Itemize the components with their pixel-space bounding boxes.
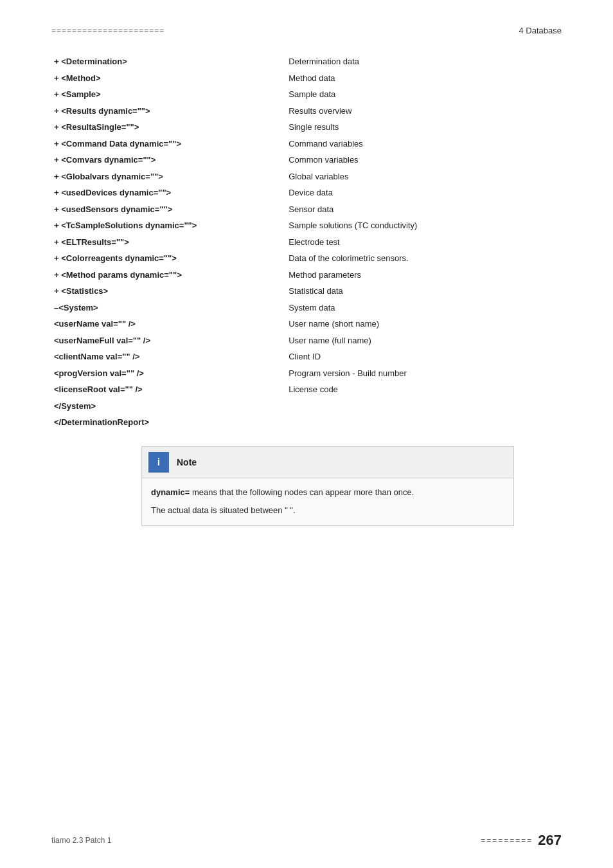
table-row: + <Statistics>Statistical data xyxy=(51,283,562,300)
row-tag: + <ResultaSingle=""> xyxy=(51,119,286,136)
row-desc: Data of the colorimetric sensors. xyxy=(286,250,562,267)
note-body: dynamic= means that the following nodes … xyxy=(142,478,513,526)
note-line2: The actual data is situated between " ". xyxy=(151,504,504,518)
row-desc: Common variables xyxy=(286,152,562,168)
row-desc: Command variables xyxy=(286,136,562,152)
row-desc: Sample data xyxy=(286,86,562,103)
table-row: + <ELTResults="">Electrode test xyxy=(51,234,562,251)
row-tag: + <Colorreagents dynamic=""> xyxy=(51,250,286,267)
table-row: + <Method>Method data xyxy=(51,70,562,87)
row-tag: + <ELTResults=""> xyxy=(51,234,286,251)
row-tag: + <Sample> xyxy=(51,86,286,103)
row-tag: + <Statistics> xyxy=(51,283,286,300)
row-tag: + <Results dynamic=""> xyxy=(51,103,286,120)
table-row: + <ResultaSingle="">Single results xyxy=(51,119,562,136)
note-header: i Note xyxy=(142,447,513,478)
row-desc: System data xyxy=(286,300,562,316)
footer-page: 267 xyxy=(538,832,562,849)
row-tag: </DeterminationReport> xyxy=(51,414,286,431)
table-row: + <Determination>Determination data xyxy=(51,53,562,70)
table-row: + <usedDevices dynamic="">Device data xyxy=(51,185,562,201)
row-desc: Sensor data xyxy=(286,201,562,218)
row-tag: + <Determination> xyxy=(51,53,286,70)
row-tag: + <Globalvars dynamic=""> xyxy=(51,168,286,185)
table-row: + <Sample>Sample data xyxy=(51,86,562,103)
table-row: –<System>System data xyxy=(51,300,562,316)
table-row: <userNameFull val="" />User name (full n… xyxy=(51,332,562,349)
row-desc: Program version - Build number xyxy=(286,365,562,382)
row-desc: Device data xyxy=(286,185,562,201)
table-row: + <Globalvars dynamic="">Global variable… xyxy=(51,168,562,185)
page: ====================== 4 Database + <Det… xyxy=(0,0,613,868)
table-row: <userName val="" />User name (short name… xyxy=(51,316,562,332)
row-desc: License code xyxy=(286,381,562,398)
row-desc: Statistical data xyxy=(286,283,562,300)
table-row: + <usedSensors dynamic="">Sensor data xyxy=(51,201,562,218)
row-desc: Method data xyxy=(286,70,562,87)
info-icon: i xyxy=(148,452,169,473)
row-tag: + <TcSampleSolutions dynamic=""> xyxy=(51,217,286,234)
note-line1: dynamic= means that the following nodes … xyxy=(151,486,504,500)
row-tag: + <Command Data dynamic=""> xyxy=(51,136,286,152)
top-chapter: 4 Database xyxy=(519,26,562,35)
row-tag: <userNameFull val="" /> xyxy=(51,332,286,349)
table-row: + <Method params dynamic="">Method param… xyxy=(51,267,562,284)
note-box: i Note dynamic= means that the following… xyxy=(141,446,514,527)
row-desc: Determination data xyxy=(286,53,562,70)
table-row: <progVersion val="" />Program version - … xyxy=(51,365,562,382)
row-desc: Electrode test xyxy=(286,234,562,251)
row-desc: Sample solutions (TC conductivity) xyxy=(286,217,562,234)
table-row: + <Comvars dynamic="">Common variables xyxy=(51,152,562,168)
footer-dots: ========= xyxy=(481,836,533,845)
row-tag: <licenseRoot val="" /> xyxy=(51,381,286,398)
row-desc xyxy=(286,398,562,415)
table-row: </DeterminationReport> xyxy=(51,414,562,431)
note-dynamic-bold: dynamic= xyxy=(151,487,190,497)
footer-right: ========= 267 xyxy=(481,832,562,849)
table-row: + <Command Data dynamic="">Command varia… xyxy=(51,136,562,152)
row-tag: + <usedSensors dynamic=""> xyxy=(51,201,286,218)
note-title: Note xyxy=(177,457,197,467)
table-row: </System> xyxy=(51,398,562,415)
row-tag: + <Method> xyxy=(51,70,286,87)
row-tag: –<System> xyxy=(51,300,286,316)
top-dots: ====================== xyxy=(51,26,164,35)
table-row: + <Colorreagents dynamic="">Data of the … xyxy=(51,250,562,267)
content-table: + <Determination>Determination data+ <Me… xyxy=(51,53,562,431)
row-desc: Single results xyxy=(286,119,562,136)
row-desc: Global variables xyxy=(286,168,562,185)
row-tag: </System> xyxy=(51,398,286,415)
table-row: <licenseRoot val="" />License code xyxy=(51,381,562,398)
footer: tiamo 2.3 Patch 1 ========= 267 xyxy=(51,832,562,849)
row-desc: Client ID xyxy=(286,348,562,365)
row-tag: + <usedDevices dynamic=""> xyxy=(51,185,286,201)
table-row: + <TcSampleSolutions dynamic="">Sample s… xyxy=(51,217,562,234)
note-line1-rest: means that the following nodes can appea… xyxy=(190,487,414,497)
row-tag: <progVersion val="" /> xyxy=(51,365,286,382)
row-desc: User name (full name) xyxy=(286,332,562,349)
top-bar: ====================== 4 Database xyxy=(51,26,562,35)
row-tag: <userName val="" /> xyxy=(51,316,286,332)
table-row: <clientName val="" />Client ID xyxy=(51,348,562,365)
row-desc: Method parameters xyxy=(286,267,562,284)
row-desc: User name (short name) xyxy=(286,316,562,332)
row-tag: + <Method params dynamic=""> xyxy=(51,267,286,284)
row-desc xyxy=(286,414,562,431)
footer-product: tiamo 2.3 Patch 1 xyxy=(51,836,111,845)
row-tag: + <Comvars dynamic=""> xyxy=(51,152,286,168)
table-row: + <Results dynamic="">Results overview xyxy=(51,103,562,120)
row-desc: Results overview xyxy=(286,103,562,120)
row-tag: <clientName val="" /> xyxy=(51,348,286,365)
